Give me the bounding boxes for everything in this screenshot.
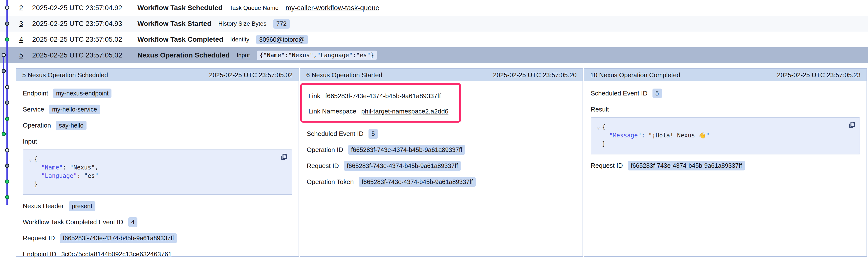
event-row-list: 22025-02-25 UTC 23:57:04.92Workflow Task… <box>0 0 868 63</box>
event-id-link[interactable]: 2 <box>19 4 25 12</box>
endpoint-badge: my-nexus-endpoint <box>53 88 112 98</box>
event-row-5[interactable]: 52025-02-25 UTC 23:57:05.02Nexus Operati… <box>0 47 868 63</box>
event-name: Workflow Task Started <box>137 20 211 28</box>
code-line: ⌄ "Name": "Nexus", <box>27 163 287 172</box>
code-text: { <box>34 155 37 163</box>
code-line: ⌄ "Language": "es" <box>27 172 287 180</box>
event-timestamp: 2025-02-25 UTC 23:57:04.92 <box>32 4 130 12</box>
code-text: { <box>602 123 606 131</box>
panel-body: Endpointmy-nexus-endpointServicemy-hello… <box>16 81 299 260</box>
field-label: Service <box>23 106 44 113</box>
panel-header: 5 Nexus Operation Scheduled2025-02-25 UT… <box>16 69 299 81</box>
field-scheduled-event-id: Scheduled Event ID5 <box>307 129 576 139</box>
event-name: Workflow Task Scheduled <box>137 4 222 12</box>
timeline-event-dot-white <box>5 149 9 152</box>
field-result: Result <box>591 105 860 114</box>
scheduled-event-id-badge: 5 <box>652 88 662 98</box>
field-scheduled-event-id: Scheduled Event ID5 <box>591 88 860 98</box>
field-label: Scheduled Event ID <box>307 130 364 138</box>
operation-token-badge: f665283f-743e-4374-b45b-9a61a89337ff <box>359 177 476 187</box>
code-field-input: Input⌄{⌄ "Name": "Nexus",⌄ "Language": "… <box>23 137 292 195</box>
field-request-id: Request IDf665283f-743e-4374-b45b-9a61a8… <box>591 161 860 171</box>
event-detail-panel-2: 6 Nexus Operation Started2025-02-25 UTC … <box>300 68 583 257</box>
json-value: : "¡Hola! Nexus 👋" <box>641 132 710 139</box>
field-workflow-task-completed-event-id: Workflow Task Completed Event ID4 <box>23 217 292 227</box>
code-text: "Message": "¡Hola! Nexus 👋" <box>602 131 710 140</box>
nexus-header-badge: present <box>69 201 95 211</box>
json-key: "Name" <box>34 164 63 171</box>
event-row-3[interactable]: 32025-02-25 UTC 23:57:04.93Workflow Task… <box>0 16 868 32</box>
operation-badge: say-hello <box>56 121 87 130</box>
timeline-event-dot-white <box>2 53 5 57</box>
json-key: "Language" <box>34 173 77 179</box>
field-operation-id: Operation IDf665283f-743e-4374-b45b-9a61… <box>307 145 576 155</box>
event-attr-value-badge: 772 <box>273 19 290 29</box>
request-id-badge: f665283f-743e-4374-b45b-9a61a89337ff <box>344 161 461 171</box>
json-code-block: ⌄{⌄ "Message": "¡Hola! Nexus 👋"⌄} <box>591 117 860 154</box>
field-label: Workflow Task Completed Event ID <box>23 218 123 226</box>
timeline-event-dot-gray <box>5 101 9 104</box>
field-label: Operation ID <box>307 146 343 154</box>
json-value: : "es" <box>77 173 98 179</box>
timeline-event-dot-gray <box>5 164 9 168</box>
event-attr-value-link[interactable]: my-caller-workflow-task-queue <box>285 4 379 12</box>
link-link[interactable]: f665283f-743e-4374-b45b-9a61a89337ff <box>325 92 441 100</box>
field-nexus-header: Nexus Headerpresent <box>23 201 292 211</box>
field-link: Linkf665283f-743e-4374-b45b-9a61a89337ff <box>308 91 448 101</box>
field-label: Endpoint <box>23 89 48 97</box>
event-detail-panel-3: 10 Nexus Operation Completed2025-02-25 U… <box>584 68 867 257</box>
chevron-down-icon[interactable]: ⌄ <box>595 123 602 131</box>
timeline-event-dot-gray <box>2 69 5 73</box>
panel-title: 5 Nexus Operation Scheduled <box>22 71 108 79</box>
timeline-event-dot-green <box>5 180 9 183</box>
field-label: Request ID <box>591 162 623 170</box>
event-id-link[interactable]: 3 <box>19 20 25 28</box>
timeline-event-dot-white <box>5 85 9 89</box>
event-row-4[interactable]: 42025-02-25 UTC 23:57:05.02Workflow Task… <box>0 32 868 47</box>
field-label-input: Input <box>23 138 37 145</box>
panel-body: Scheduled Event ID5Result⌄{⌄ "Message": … <box>584 81 867 256</box>
field-label: Nexus Header <box>23 202 64 210</box>
field-label: Scheduled Event ID <box>591 89 648 97</box>
panel-header: 6 Nexus Operation Started2025-02-25 UTC … <box>300 69 583 81</box>
field-label: Request ID <box>23 234 55 242</box>
chevron-down-icon[interactable]: ⌄ <box>27 155 34 163</box>
link-namespace-link[interactable]: phil-target-namespace2.a2dd6 <box>361 108 448 115</box>
panel-timestamp: 2025-02-25 UTC 23:57:05.02 <box>209 71 292 79</box>
field-label-result: Result <box>591 106 609 113</box>
field-request-id: Request IDf665283f-743e-4374-b45b-9a61a8… <box>307 161 576 171</box>
field-operation-token: Operation Tokenf665283f-743e-4374-b45b-9… <box>307 177 576 187</box>
event-attr-label: Identity <box>230 36 249 43</box>
event-id-link[interactable]: 5 <box>19 51 25 59</box>
event-timeline <box>0 0 15 260</box>
event-id-link[interactable]: 4 <box>19 36 25 43</box>
request-id-badge: f665283f-743e-4374-b45b-9a61a89337ff <box>60 233 177 243</box>
timeline-event-dot-gray <box>5 22 9 26</box>
json-key: "Message" <box>602 132 641 139</box>
field-operation: Operationsay-hello <box>23 121 292 130</box>
event-timestamp: 2025-02-25 UTC 23:57:05.02 <box>32 51 130 59</box>
field-label: Operation Token <box>307 178 354 186</box>
event-timestamp: 2025-02-25 UTC 23:57:05.02 <box>32 36 130 43</box>
event-row-2[interactable]: 22025-02-25 UTC 23:57:04.92Workflow Task… <box>0 0 868 16</box>
panel-header: 10 Nexus Operation Completed2025-02-25 U… <box>584 69 867 81</box>
code-line: ⌄{ <box>595 123 855 131</box>
timeline-event-dot-green <box>2 132 5 136</box>
timeline-graphic <box>0 0 15 260</box>
endpoint-id-link[interactable]: 3c0c75ccfa8144b092c13ce632463761 <box>61 250 172 258</box>
event-attr-value-badge: 30960@totoro@ <box>256 35 308 44</box>
event-attr-label: Task Queue Name <box>229 4 279 11</box>
json-code-block: ⌄{⌄ "Name": "Nexus",⌄ "Language": "es"⌄} <box>23 149 292 195</box>
event-timestamp: 2025-02-25 UTC 23:57:04.93 <box>32 20 130 28</box>
copy-icon[interactable] <box>280 153 288 161</box>
panel-timestamp: 2025-02-25 UTC 23:57:05.23 <box>777 71 861 79</box>
event-attr-label: Input <box>237 52 250 59</box>
request-id-badge: f665283f-743e-4374-b45b-9a61a89337ff <box>628 161 745 171</box>
event-name: Workflow Task Completed <box>137 36 223 43</box>
workflow-history-screen: 22025-02-25 UTC 23:57:04.92Workflow Task… <box>0 0 868 260</box>
field-input: Input <box>23 137 292 146</box>
code-text: } <box>602 140 606 148</box>
panel-timestamp: 2025-02-25 UTC 23:57:05.20 <box>493 71 577 79</box>
field-label: Endpoint ID <box>23 250 56 258</box>
copy-icon[interactable] <box>848 121 856 129</box>
